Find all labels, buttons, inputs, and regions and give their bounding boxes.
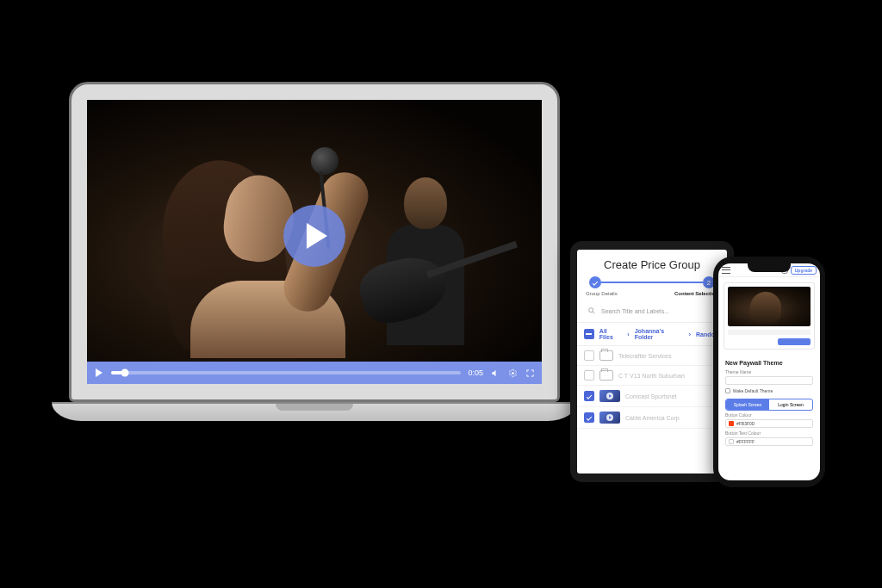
row-checkbox[interactable]	[584, 350, 594, 361]
paywall-theme-screen: Upgrade New Paywall Theme Theme Name Mak…	[718, 263, 820, 480]
row-label: Cable America Corp	[625, 415, 680, 421]
upgrade-button[interactable]: Upgrade	[791, 266, 817, 275]
progress-bar[interactable]	[111, 371, 461, 374]
row-label: Comcast Sportsnet	[625, 393, 677, 399]
play-pause-button[interactable]	[94, 368, 104, 378]
theme-preview-card	[724, 282, 815, 350]
step-1-dot[interactable]	[589, 276, 601, 288]
stepper: 2	[577, 276, 727, 288]
make-default-label: Make Default Theme	[733, 388, 773, 393]
video-thumbnail	[599, 412, 620, 424]
row-label: C T V13 North Suburban	[618, 373, 685, 379]
laptop-base	[52, 402, 577, 421]
list-item[interactable]: Comcast Sportsnet	[577, 386, 727, 407]
video-controls-bar: 0:05	[87, 362, 542, 384]
list-item[interactable]: Cable America Corp	[577, 407, 727, 429]
list-item[interactable]: C T V13 North Suburban	[577, 366, 727, 386]
play-icon	[307, 223, 327, 249]
button-colour-input[interactable]: #FB3F0D	[725, 419, 813, 428]
search-input[interactable]: Search Title and Labels...	[577, 303, 727, 322]
button-colour-value: #FB3F0D	[736, 421, 755, 426]
button-text-colour-value: #FFFFFF	[736, 439, 755, 444]
play-button[interactable]	[283, 205, 345, 267]
tab-login[interactable]: Login Screen	[769, 399, 812, 410]
svg-point-0	[512, 372, 514, 374]
make-default-checkbox[interactable]	[725, 388, 730, 393]
folder-icon	[599, 350, 613, 361]
settings-button[interactable]	[507, 368, 518, 378]
row-label: Telecrafter Services	[618, 353, 671, 359]
button-text-colour-label: Button Text Colour	[718, 429, 820, 436]
button-text-colour-input[interactable]: #FFFFFF	[725, 437, 813, 446]
make-default-row[interactable]: Make Default Theme	[718, 386, 820, 396]
colour-swatch-icon	[729, 421, 734, 426]
tab-splash[interactable]: Splash Screen	[726, 399, 769, 410]
preview-action-button[interactable]	[778, 338, 811, 345]
breadcrumb: All Files › Johanna's Folder › Random	[577, 322, 727, 346]
page-title: Create Price Group	[577, 250, 727, 276]
row-checkbox[interactable]	[584, 370, 594, 381]
row-checkbox[interactable]	[584, 412, 594, 423]
tablet-device: Create Price Group 2 Group Details Conte…	[570, 241, 734, 482]
svg-point-1	[589, 308, 593, 313]
timestamp-label: 0:05	[468, 368, 483, 377]
preview-field	[728, 330, 811, 335]
phone-notch	[748, 263, 791, 272]
section-title: New Paywall Theme	[718, 355, 820, 368]
video-thumbnail	[599, 390, 620, 402]
menu-icon[interactable]	[722, 267, 730, 274]
step-1-label: Group Details	[586, 291, 618, 296]
phone-device: Upgrade New Paywall Theme Theme Name Mak…	[713, 257, 825, 487]
list-item[interactable]: Telecrafter Services	[577, 346, 727, 366]
step-2-label: Content Selection	[674, 291, 718, 296]
price-group-screen: Create Price Group 2 Group Details Conte…	[577, 250, 727, 473]
guitarist-figure	[370, 177, 481, 350]
video-player: 0:05	[87, 100, 542, 384]
breadcrumb-root[interactable]: All Files	[599, 328, 623, 340]
laptop-bezel: 0:05	[69, 82, 560, 402]
search-icon	[587, 306, 596, 315]
screen-tabs: Splash Screen Login Screen	[725, 399, 813, 411]
fullscreen-button[interactable]	[525, 368, 535, 378]
folder-icon	[599, 370, 613, 381]
theme-name-input[interactable]	[725, 376, 813, 385]
button-colour-label: Button Colour	[718, 411, 820, 418]
theme-name-label: Theme Name	[718, 368, 820, 375]
svg-line-2	[593, 312, 594, 313]
breadcrumb-folder[interactable]: Johanna's Folder	[635, 328, 684, 340]
microphone-icon	[311, 147, 339, 175]
row-checkbox[interactable]	[584, 391, 594, 401]
preview-thumbnail	[728, 287, 811, 326]
select-all-checkbox[interactable]	[584, 329, 594, 339]
progress-thumb[interactable]	[121, 369, 129, 377]
volume-button[interactable]	[490, 368, 500, 378]
laptop-device: 0:05	[69, 82, 560, 421]
search-placeholder: Search Title and Labels...	[601, 308, 669, 314]
colour-swatch-icon	[729, 439, 734, 444]
